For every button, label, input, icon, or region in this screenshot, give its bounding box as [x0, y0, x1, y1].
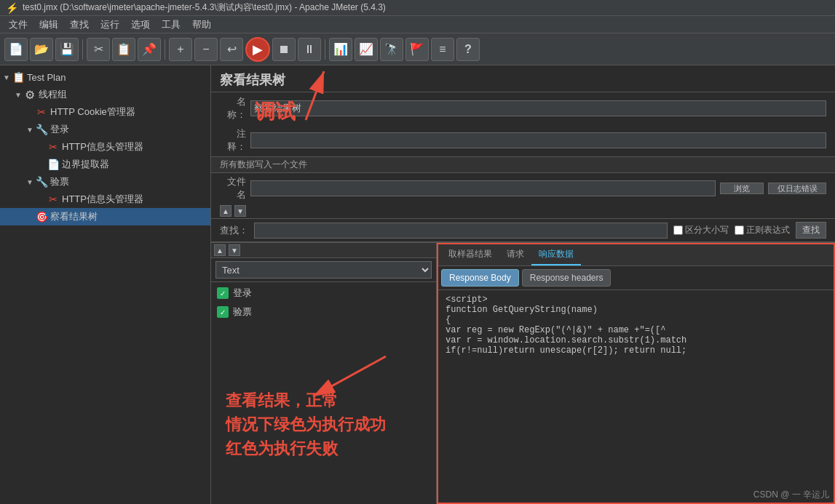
panel-header: 察看结果树 — [211, 65, 835, 92]
tab-response-data[interactable]: 响应数据 — [531, 244, 581, 265]
list-toolbar: ▲ ▼ — [211, 243, 436, 258]
list-panel: ▲ ▼ Text HTML JSON XML CSS/JQuery XPath — [211, 243, 437, 504]
label-http2: HTTP信息头管理器 — [62, 193, 143, 206]
separator2 — [165, 39, 165, 60]
code-area: <script> function GetQueryString(name) {… — [438, 290, 834, 503]
file-row: 文件名 浏览 仅日志错误 — [211, 173, 835, 204]
save-button[interactable]: 💾 — [55, 38, 79, 61]
remove-button[interactable]: − — [194, 38, 218, 61]
left-panel: ▼ 📋 Test Plan ▼ ⚙ 线程组 ✂ HTTP Cookie管理器 — [0, 65, 211, 504]
menu-item-工具[interactable]: 工具 — [156, 17, 186, 33]
results2-button[interactable]: 📈 — [355, 38, 378, 61]
cut-button[interactable]: ✂ — [87, 38, 110, 61]
search-label: 查找： — [220, 224, 248, 237]
sub-tab-body[interactable]: Response Body — [441, 269, 519, 287]
separator3 — [325, 39, 325, 60]
binoculars-button[interactable]: 🔭 — [380, 38, 403, 61]
open-button[interactable]: 📂 — [30, 38, 53, 61]
detail-panel: 取样器结果 请求 响应数据 Response Body Response hea… — [437, 243, 835, 504]
separator1 — [82, 39, 83, 60]
label-http1: HTTP信息头管理器 — [62, 140, 143, 153]
help-button[interactable]: ? — [456, 38, 480, 61]
case-sensitive-group: 区分大小写 — [673, 224, 729, 236]
label-verify: 验票 — [50, 175, 69, 188]
result-item-verify[interactable]: ✓ 验票 — [211, 303, 436, 321]
menu-item-编辑[interactable]: 编辑 — [33, 17, 64, 33]
toolbar: 📄 📂 💾 ✂ 📋 📌 + − ↩ ▶ ⏹ ⏸ 📊 📈 🔭 🚩 ≡ ? — [0, 33, 835, 65]
tree-item-thread-group[interactable]: ▼ ⚙ 线程组 — [0, 86, 210, 103]
list-up-btn[interactable]: ▲ — [214, 244, 226, 256]
flag-button[interactable]: 🚩 — [405, 38, 429, 61]
file-browse-btn[interactable]: 浏览 — [720, 183, 764, 194]
case-sensitive-checkbox[interactable] — [673, 225, 683, 235]
tree-item-verify[interactable]: ▼ 🔧 验票 — [0, 173, 210, 191]
tree-item-login[interactable]: ▼ 🔧 登录 — [0, 121, 210, 138]
icon-http1: ✂ — [47, 140, 60, 153]
name-label: 名称： — [220, 95, 246, 121]
name-input[interactable] — [250, 100, 826, 116]
icon-login: 🔧 — [35, 123, 48, 136]
menu-item-查找[interactable]: 查找 — [64, 17, 95, 33]
arrow-login: ▼ — [26, 126, 35, 134]
menu-item-帮助[interactable]: 帮助 — [186, 17, 217, 33]
tree-item-http-info2[interactable]: ✂ HTTP信息头管理器 — [0, 191, 210, 208]
list-down-btn[interactable]: ▼ — [229, 244, 240, 256]
result-label-verify: 验票 — [233, 305, 252, 319]
stop-button[interactable]: ⏹ — [272, 38, 296, 61]
icon-test-plan: 📋 — [12, 71, 25, 84]
menu-item-运行[interactable]: 运行 — [95, 17, 125, 33]
log-errors-btn[interactable]: 仅日志错误 — [768, 183, 826, 194]
sub-tab-headers[interactable]: Response headers — [522, 269, 612, 287]
results1-button[interactable]: 📊 — [329, 38, 352, 61]
main-area: ▼ 📋 Test Plan ▼ ⚙ 线程组 ✂ HTTP Cookie管理器 — [0, 65, 835, 504]
label-login: 登录 — [50, 123, 69, 136]
mini-down-btn[interactable]: ▼ — [234, 205, 246, 217]
title-text: test0.jmx (D:\software\jmeter\apache-jme… — [23, 1, 386, 14]
tree-item-cookie-manager[interactable]: ✂ HTTP Cookie管理器 — [0, 103, 210, 121]
search-button[interactable]: 查找 — [796, 222, 826, 239]
label-cookie: HTTP Cookie管理器 — [50, 105, 135, 119]
view-mode-select[interactable]: Text HTML JSON XML CSS/JQuery XPath — [215, 261, 432, 279]
arrow-verify: ▼ — [26, 178, 35, 186]
tab-sampler-result[interactable]: 取样器结果 — [441, 244, 499, 265]
app-icon: ⚡ — [6, 2, 18, 14]
tab-request[interactable]: 请求 — [499, 244, 531, 265]
tree-item-boundary[interactable]: 📄 边界提取器 — [0, 156, 210, 173]
copy-button[interactable]: 📋 — [112, 38, 135, 61]
new-button[interactable]: 📄 — [4, 38, 28, 61]
tree-item-http-info1[interactable]: ✂ HTTP信息头管理器 — [0, 138, 210, 156]
section-title: 所有数据写入一个文件 — [220, 159, 307, 171]
list-button[interactable]: ≡ — [431, 38, 454, 61]
sub-tabs-row: Response Body Response headers — [438, 266, 834, 290]
results-area: ▲ ▼ Text HTML JSON XML CSS/JQuery XPath — [211, 242, 835, 504]
menu-item-文件[interactable]: 文件 — [3, 17, 33, 33]
comment-label: 注释： — [220, 127, 246, 153]
comment-row: 注释： — [211, 124, 835, 156]
regex-checkbox[interactable] — [735, 225, 744, 235]
play-button[interactable]: ▶ — [245, 37, 270, 62]
file-input[interactable] — [250, 180, 716, 196]
label-boundary: 边界提取器 — [62, 158, 109, 171]
add-button[interactable]: + — [169, 38, 192, 61]
label-results: 察看结果树 — [50, 210, 98, 223]
tree-item-test-plan[interactable]: ▼ 📋 Test Plan — [0, 68, 210, 86]
shutdown-button[interactable]: ⏸ — [298, 38, 321, 61]
title-bar: ⚡ test0.jmx (D:\software\jmeter\apache-j… — [0, 0, 835, 16]
case-sensitive-label: 区分大小写 — [685, 224, 729, 236]
panel-title: 察看结果树 — [220, 73, 285, 87]
tree-item-view-results[interactable]: 🎯 察看结果树 — [0, 208, 210, 225]
mini-up-btn[interactable]: ▲ — [220, 205, 231, 217]
clear-button[interactable]: ↩ — [220, 38, 243, 61]
comment-input[interactable] — [250, 132, 826, 148]
right-panel: 察看结果树 名称： 注释： 所有数据写入一个文件 文件名 浏览 仅日志错误 — [211, 65, 835, 504]
paste-button[interactable]: 📌 — [138, 38, 161, 61]
search-input[interactable] — [254, 223, 668, 239]
icon-verify: 🔧 — [35, 175, 48, 188]
menu-item-选项[interactable]: 选项 — [125, 17, 156, 33]
result-label-login: 登录 — [233, 287, 252, 300]
search-row: 查找： 区分大小写 正则表达式 查找 — [211, 219, 835, 242]
status-icon-login: ✓ — [217, 287, 229, 299]
result-list: ✓ 登录 ✓ 验票 — [211, 282, 436, 504]
result-item-login[interactable]: ✓ 登录 — [211, 284, 436, 303]
status-icon-verify: ✓ — [217, 306, 229, 318]
